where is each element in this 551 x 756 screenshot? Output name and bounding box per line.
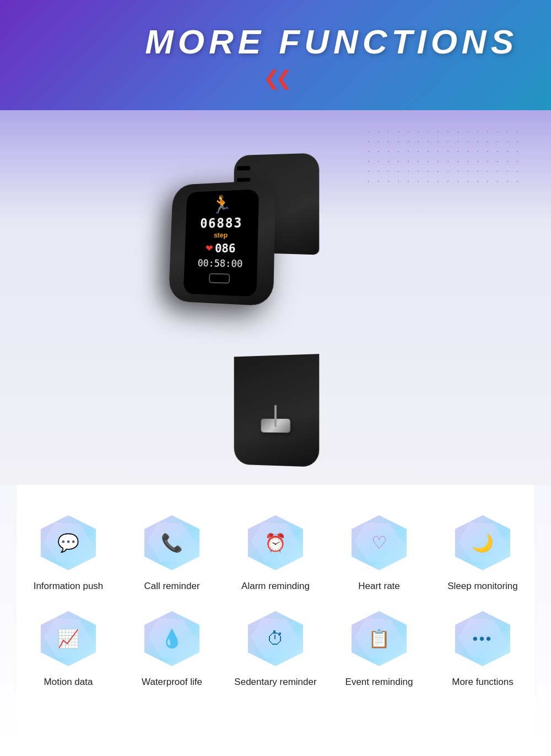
hex-heart-rate: ♡ [349, 512, 409, 573]
page-wrapper: MORE FUNCTIONS ❮❮ [0, 0, 551, 756]
sleep-monitoring-icon: 🌙 [472, 532, 494, 553]
sedentary-reminder-icon: ⏱ [267, 629, 284, 649]
motion-data-label: Motion data [44, 677, 93, 688]
feature-information-push: 💬 Information push [22, 512, 115, 592]
hex-waterproof-life: 💧 [142, 608, 202, 669]
sedentary-reminder-label: Sedentary reminder [234, 677, 316, 688]
title-row: MORE FUNCTIONS [22, 22, 529, 61]
timer-display: 00:58:00 [197, 257, 242, 269]
runner-icon: 🏃 [211, 193, 232, 214]
buckle-pin [274, 405, 277, 427]
step-count: 06883 [200, 215, 243, 231]
hex-alarm-reminding: ⏰ [245, 512, 306, 573]
alarm-reminding-label: Alarm reminding [241, 581, 310, 592]
heart-rate-value: 086 [215, 241, 236, 255]
call-reminder-icon: 📞 [161, 532, 183, 553]
event-reminding-label: Event reminding [345, 677, 413, 688]
heart-rate-label: Heart rate [358, 581, 400, 592]
call-reminder-label: Call reminder [144, 581, 199, 592]
feature-event-reminding: 📋 Event reminding [333, 608, 425, 688]
hex-sedentary-reminder: ⏱ [245, 608, 306, 669]
motion-data-icon: 📈 [57, 628, 79, 649]
band-strap-bottom [234, 354, 320, 467]
strap-slot [237, 166, 250, 170]
sleep-monitoring-label: Sleep monitoring [447, 581, 518, 592]
feature-more-functions: ••• More functions [436, 608, 529, 688]
heart-row: ❤ 086 [205, 241, 236, 255]
step-label: step [214, 231, 228, 239]
page-title: MORE FUNCTIONS [145, 22, 518, 61]
feature-call-reminder: 📞 Call reminder [126, 512, 218, 592]
more-functions-label: More functions [452, 677, 514, 688]
bottom-section: 💬 Information push 📞 Call reminder ⏰ [0, 485, 551, 721]
hex-call-reminder: 📞 [142, 512, 202, 573]
waterproof-life-label: Waterproof life [142, 677, 202, 688]
heart-rate-icon: ♡ [371, 532, 387, 553]
feature-motion-data: 📈 Motion data [22, 608, 115, 688]
hex-more-functions: ••• [452, 608, 513, 669]
watch-wrapper: 🏃 06883 step ❤ 086 00:58:00 [160, 138, 391, 457]
hex-event-reminding: 📋 [349, 608, 409, 669]
feature-alarm-reminding: ⏰ Alarm reminding [229, 512, 322, 592]
top-section: MORE FUNCTIONS ❮❮ [0, 0, 551, 110]
chevron-icon: ❮❮ [22, 67, 529, 90]
heart-icon-screen: ❤ [205, 242, 213, 255]
more-functions-icon: ••• [473, 630, 493, 647]
hex-motion-data: 📈 [38, 608, 99, 669]
waterproof-life-icon: 💧 [161, 628, 183, 649]
hex-sleep-monitoring: 🌙 [452, 512, 513, 573]
information-push-label: Information push [34, 581, 104, 592]
feature-sleep-monitoring: 🌙 Sleep monitoring [436, 512, 529, 592]
feature-sedentary-reminder: ⏱ Sedentary reminder [229, 608, 322, 688]
hex-information-push: 💬 [38, 512, 99, 573]
screen-button [209, 273, 230, 284]
alarm-reminding-icon: ⏰ [264, 532, 287, 553]
mid-section: 🏃 06883 step ❤ 086 00:58:00 [0, 110, 551, 485]
band-body: 🏃 06883 step ❤ 086 00:58:00 [169, 180, 276, 306]
features-grid: 💬 Information push 📞 Call reminder ⏰ [22, 512, 529, 688]
information-push-icon: 💬 [57, 532, 79, 553]
watch-container: 🏃 06883 step ❤ 086 00:58:00 [22, 127, 529, 457]
feature-waterproof-life: 💧 Waterproof life [126, 608, 218, 688]
band-screen: 🏃 06883 step ❤ 086 00:58:00 [183, 189, 259, 296]
feature-heart-rate: ♡ Heart rate [333, 512, 425, 592]
event-reminding-icon: 📋 [368, 628, 390, 649]
